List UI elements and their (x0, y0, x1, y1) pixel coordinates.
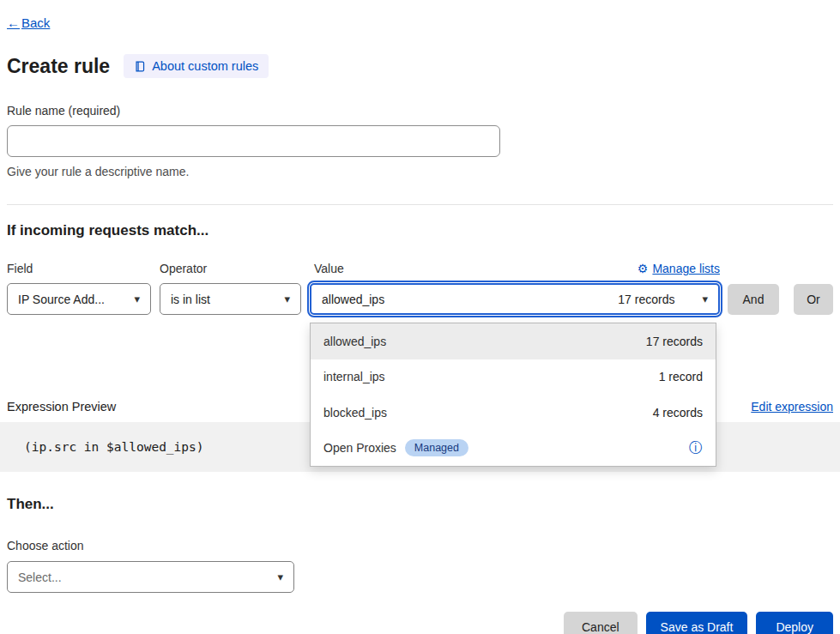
value-select-value: allowed_ips (322, 293, 384, 306)
rule-name-helper: Give your rule a descriptive name. (7, 165, 833, 178)
expression-code: (ip.src in $allowed_ips) (24, 440, 204, 454)
chevron-down-icon: ▾ (134, 293, 140, 305)
info-icon[interactable]: ⓘ (689, 441, 703, 455)
rule-name-input[interactable] (7, 125, 500, 157)
back-label: Back (21, 15, 50, 30)
about-custom-rules-link[interactable]: About custom rules (124, 54, 269, 78)
footer-actions: Cancel Save as Draft Deploy (7, 612, 833, 634)
deploy-button[interactable]: Deploy (756, 612, 833, 634)
option-name: allowed_ips (323, 335, 386, 348)
back-link[interactable]: ←Back (7, 15, 50, 30)
create-rule-page: ←Back Create rule About custom rules Rul… (0, 0, 840, 634)
option-name: blocked_ips (323, 406, 387, 420)
option-name: internal_ips (323, 370, 385, 383)
chevron-down-icon: ▾ (277, 571, 283, 583)
option-meta: 4 records (653, 406, 703, 420)
value-select-meta: 17 records (618, 293, 674, 306)
manage-lists-label: Manage lists (652, 262, 720, 275)
save-as-draft-button[interactable]: Save as Draft (646, 612, 748, 634)
about-custom-rules-label: About custom rules (152, 59, 258, 73)
gear-icon: ⚙ (638, 262, 649, 275)
field-select-value: IP Source Add... (18, 293, 105, 306)
then-section-title: Then... (7, 496, 833, 513)
option-meta: 1 record (659, 370, 703, 383)
dropdown-option-allowed-ips[interactable]: allowed_ips 17 records (311, 323, 716, 359)
operator-select[interactable]: is in list ▾ (160, 283, 301, 315)
value-dropdown-menu: allowed_ips 17 records internal_ips 1 re… (310, 323, 716, 467)
expression-preview-label: Expression Preview (7, 400, 116, 414)
value-select-right: 17 records ▾ (618, 293, 708, 306)
rule-name-label: Rule name (required) (7, 104, 833, 118)
value-label: Value (314, 262, 344, 275)
book-icon (134, 60, 146, 73)
managed-badge: Managed (405, 439, 468, 456)
field-label: Field (7, 262, 160, 275)
chevron-down-icon: ▾ (702, 293, 708, 305)
and-button[interactable]: And (728, 284, 779, 315)
action-select-placeholder: Select... (18, 571, 62, 584)
manage-lists-link[interactable]: ⚙ Manage lists (638, 262, 720, 275)
dropdown-option-open-proxies[interactable]: Open Proxies Managed ⓘ (311, 431, 716, 467)
match-controls-row: IP Source Add... ▾ is in list ▾ allowed_… (7, 283, 833, 315)
value-select-wrapper: allowed_ips 17 records ▾ allowed_ips 17 … (310, 283, 720, 315)
cancel-button[interactable]: Cancel (564, 612, 638, 634)
operator-label: Operator (160, 262, 314, 275)
option-meta: 17 records (646, 335, 703, 348)
option-name-group: Open Proxies Managed (323, 439, 468, 456)
chevron-down-icon: ▾ (284, 293, 290, 305)
match-labels-row: Field Operator Value ⚙ Manage lists (7, 262, 720, 275)
operator-select-value: is in list (171, 293, 210, 306)
title-row: Create rule About custom rules (7, 54, 833, 78)
section-divider (7, 204, 833, 205)
field-select[interactable]: IP Source Add... ▾ (7, 283, 151, 315)
value-select[interactable]: allowed_ips 17 records ▾ (310, 283, 720, 315)
back-arrow-icon: ← (7, 15, 20, 30)
or-button[interactable]: Or (794, 284, 833, 315)
dropdown-option-blocked-ips[interactable]: blocked_ips 4 records (311, 395, 716, 431)
dropdown-option-internal-ips[interactable]: internal_ips 1 record (311, 359, 716, 395)
match-section-title: If incoming requests match... (7, 222, 833, 239)
page-title: Create rule (7, 55, 110, 78)
edit-expression-link[interactable]: Edit expression (751, 400, 833, 414)
action-select[interactable]: Select... ▾ (7, 561, 294, 593)
choose-action-label: Choose action (7, 539, 833, 552)
option-name: Open Proxies (323, 441, 396, 455)
